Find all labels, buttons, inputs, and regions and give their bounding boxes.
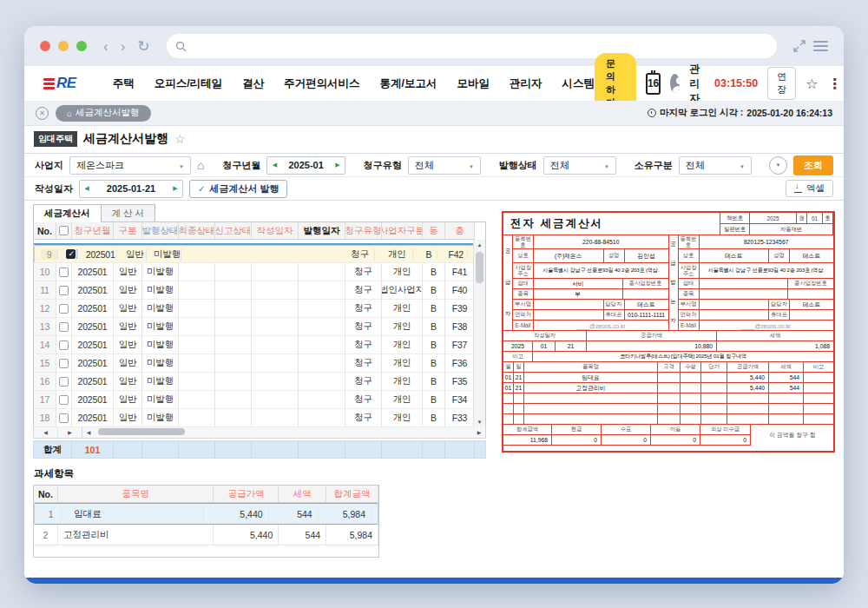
column-header[interactable]: 청구유형 (345, 222, 382, 239)
table-row[interactable]: 12202501일반미발행청구개인BF39 (34, 300, 475, 318)
cell-floor: F36 (445, 354, 475, 372)
prev-record-icon[interactable]: ◀ (34, 426, 58, 438)
row-checkbox[interactable] (59, 304, 69, 314)
close-window-button[interactable] (40, 41, 50, 51)
next-month-icon[interactable]: ▶ (331, 162, 345, 169)
menu-item-6[interactable]: 모바일 (457, 76, 490, 91)
row-checkbox[interactable] (59, 359, 69, 368)
tax-column-header[interactable]: No. (34, 486, 58, 502)
column-header[interactable]: 동 (423, 222, 445, 239)
cell-gubun: 일반 (114, 318, 142, 335)
column-header[interactable]: 발행일자 (299, 222, 345, 239)
column-header[interactable]: 최종상태 (179, 222, 215, 239)
date-month: 01 (533, 341, 556, 351)
row-checkbox[interactable] (59, 413, 69, 423)
scroll-up-icon[interactable]: ▲ (474, 240, 485, 250)
next-record-icon[interactable]: ▶ (58, 426, 82, 438)
select-all-checkbox[interactable] (59, 226, 69, 235)
column-header[interactable]: 청구년월 (72, 222, 114, 239)
bill-type-select[interactable]: 전체 (408, 156, 481, 175)
column-header[interactable]: 작성일자 (252, 222, 299, 239)
menu-item-1[interactable]: 주택 (113, 76, 135, 91)
scroll-thumb[interactable] (476, 252, 483, 283)
column-header[interactable]: No. (34, 222, 56, 239)
column-header[interactable]: 신고상태 (215, 222, 252, 239)
item-cell: 5,440 (727, 373, 769, 382)
table-row[interactable]: 14202501일반미발행청구개인BF37 (34, 336, 475, 354)
site-home-icon[interactable] (197, 158, 204, 172)
close-all-tabs-icon[interactable] (36, 107, 49, 120)
row-checkbox[interactable] (59, 395, 69, 405)
hscroll-track[interactable] (95, 426, 473, 438)
scroll-right-icon[interactable]: ▶ (473, 426, 485, 438)
forward-icon[interactable]: › (121, 39, 126, 54)
row-checkbox[interactable] (59, 322, 69, 332)
tab-tax-invoice[interactable]: 세금계산서 (33, 204, 102, 222)
column-header[interactable]: 구분 (114, 222, 142, 239)
scroll-left-icon[interactable]: ◀ (82, 426, 95, 438)
row-checkbox[interactable] (66, 249, 76, 259)
horizontal-scrollbar[interactable]: ◀ ▶ ◀ ▶ (33, 426, 486, 439)
maximize-window-button[interactable] (76, 41, 87, 51)
tax-column-header[interactable]: 합계금액 (326, 486, 378, 502)
column-header[interactable]: 층 (445, 222, 475, 239)
search-button[interactable]: 조회 (793, 155, 833, 175)
resize-icon[interactable] (793, 40, 806, 52)
table-row[interactable]: 10202501일반미발행청구개인BF41 (34, 263, 475, 281)
row-checkbox[interactable] (59, 340, 69, 350)
row-checkbox[interactable] (59, 286, 69, 295)
cell-dong: B (423, 318, 445, 335)
table-row[interactable]: 17202501일반미발행청구개인BF34 (34, 391, 475, 409)
prev-date-icon[interactable]: ◀ (80, 185, 94, 192)
page-content: 임대주택 세금계산서발행 사업지 제온스파크 청구년월 ◀ 2025-01 ▶ … (24, 126, 844, 578)
column-header[interactable]: 발행상태 (142, 222, 179, 239)
expand-filters-icon[interactable] (769, 156, 787, 175)
menu-item-5[interactable]: 통계/보고서 (380, 76, 437, 91)
search-input[interactable] (192, 40, 768, 52)
owner-type-select[interactable]: 전체 (679, 156, 752, 175)
favorite-star-icon[interactable] (806, 76, 818, 92)
tab-invoice[interactable]: 계 산 서 (102, 204, 155, 222)
row-checkbox[interactable] (59, 268, 69, 277)
bookmark-star-icon[interactable] (174, 131, 186, 147)
tax-item-row[interactable]: 1임대료5,4405445,984 (34, 503, 378, 525)
column-header[interactable] (56, 222, 72, 239)
table-row[interactable]: 11202501일반미발행청구법인사업자BF40 (34, 281, 475, 300)
menu-item-7[interactable]: 관리자 (510, 76, 542, 91)
table-row[interactable]: 16202501일반미발행청구개인BF35 (34, 373, 475, 391)
tax-column-header[interactable]: 품목명 (58, 486, 214, 502)
tax-column-header[interactable]: 공급가액 (214, 486, 279, 502)
back-icon[interactable]: ‹ (103, 39, 108, 54)
browser-menu-icon[interactable] (813, 41, 828, 51)
menu-item-4[interactable]: 주거편의서비스 (284, 76, 360, 91)
tax-item-row[interactable]: 2고정관리비5,4405445,984 (34, 525, 378, 545)
excel-export-button[interactable]: 엑셀 (786, 180, 833, 197)
scroll-down-icon[interactable]: ▼ (474, 417, 485, 427)
hscroll-thumb[interactable] (98, 428, 185, 435)
avatar[interactable] (670, 74, 680, 93)
prev-month-icon[interactable]: ◀ (267, 162, 281, 169)
row-checkbox[interactable] (59, 377, 69, 387)
site-select[interactable]: 제온스파크 (69, 156, 191, 175)
issue-status-select[interactable]: 전체 (543, 156, 616, 175)
minimize-window-button[interactable] (58, 41, 69, 51)
menu-item-3[interactable]: 결산 (242, 76, 264, 91)
workspace-tab[interactable]: 세금계산서발행 (56, 105, 151, 122)
table-row[interactable]: 9202501일반미발행청구개인BF42 (34, 245, 475, 263)
more-menu-icon[interactable] (827, 76, 841, 92)
tax-column-header[interactable]: 세액 (279, 486, 326, 502)
table-row[interactable]: 18202501일반미발행청구개인BF33 (34, 409, 475, 427)
table-row[interactable]: 13202501일반미발행청구개인BF38 (34, 318, 475, 336)
menu-item-8[interactable]: 시스템 (562, 76, 595, 91)
next-date-icon[interactable]: ▶ (168, 185, 182, 192)
table-row[interactable]: 15202501일반미발행청구개인BF36 (34, 354, 475, 373)
menu-item-2[interactable]: 오피스/리테일 (155, 76, 222, 91)
app-logo[interactable]: RE (43, 75, 76, 92)
calendar-icon[interactable]: 16 (646, 73, 661, 95)
vertical-scrollbar[interactable]: ▲ ▼ (473, 240, 485, 427)
refresh-icon[interactable]: ↻ (137, 39, 149, 54)
extend-session-button[interactable]: 연장 (767, 67, 796, 100)
footer-value-row: 11,9680000 (503, 435, 750, 446)
column-header[interactable]: 사업자구분 (382, 222, 423, 239)
issue-invoice-button[interactable]: 세금계산서 발행 (189, 180, 287, 198)
